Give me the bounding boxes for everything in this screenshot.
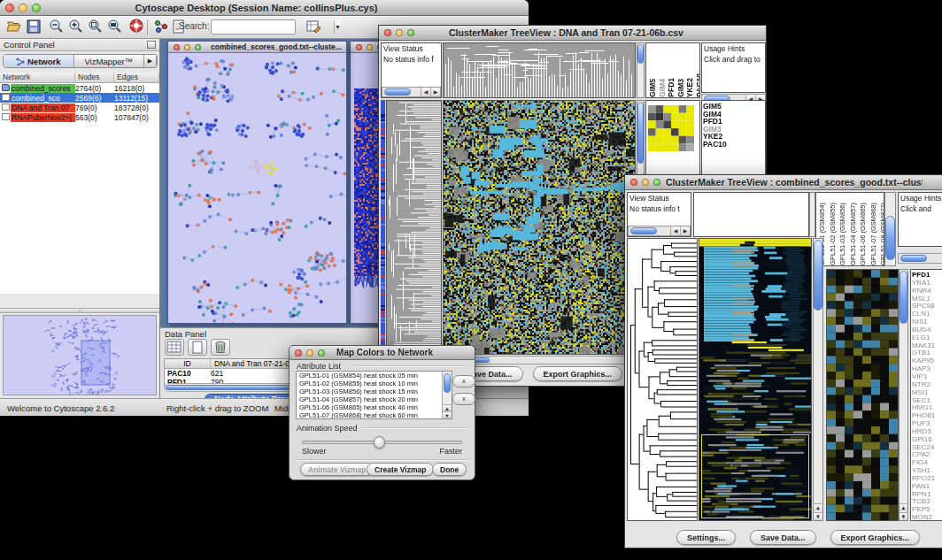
scrollbar-thumb[interactable]: [637, 102, 644, 164]
network-view-canvas-1[interactable]: [168, 53, 346, 323]
network-row[interactable]: DNA and Tran 07769(0)183728(0): [0, 103, 159, 112]
panel-splitter[interactable]: •: [0, 308, 159, 313]
scroll-left-icon[interactable]: ◀: [421, 88, 430, 96]
minimize-icon[interactable]: [184, 44, 190, 50]
save-button[interactable]: [25, 19, 42, 36]
minimize-icon[interactable]: [19, 4, 27, 12]
tv1-mini-scrollbar[interactable]: [637, 42, 645, 98]
minimize-icon[interactable]: [396, 29, 403, 36]
birdseye-canvas[interactable]: [4, 316, 157, 395]
zoom-window-icon[interactable]: [407, 29, 414, 36]
treeview1-titlebar[interactable]: ClusterMaker TreeView : DNA and Tran 07-…: [379, 26, 766, 41]
tv2-zoom-heatmap[interactable]: [826, 269, 899, 521]
save-data-button[interactable]: Save Data...: [750, 530, 816, 545]
export-graphics-button[interactable]: Export Graphics...: [830, 530, 921, 545]
close-icon[interactable]: [174, 44, 180, 50]
zoom-heatmap-canvas[interactable]: [827, 270, 898, 520]
minimize-icon[interactable]: [306, 349, 313, 357]
tv1-column-dendrogram[interactable]: [443, 42, 636, 98]
similarity-matrix-canvas[interactable]: [648, 105, 694, 151]
view-status-scrollbar[interactable]: ◀ ▶: [628, 226, 691, 236]
tv2-global-heatmap[interactable]: [699, 238, 812, 521]
scrollbar-thumb[interactable]: [444, 373, 451, 393]
tv2-usage-scrollbar[interactable]: [898, 253, 942, 264]
scroll-up-icon[interactable]: ▲: [443, 404, 452, 411]
tab-network[interactable]: Network: [4, 55, 74, 67]
col-header-id[interactable]: ID: [165, 359, 211, 368]
help-lifering-icon[interactable]: [127, 19, 145, 36]
main-titlebar[interactable]: Cytoscape Desktop (Session Name: collins…: [0, 0, 529, 16]
view-status-scrollbar[interactable]: ◀ ▶: [382, 87, 441, 97]
attribute-item[interactable]: GPL51-07 (GSM868) heat shock 60 min: [297, 412, 441, 419]
slider-thumb[interactable]: [374, 436, 385, 449]
select-attributes-icon[interactable]: [165, 339, 184, 356]
tv2-gene-dendrogram[interactable]: [627, 238, 698, 521]
network-row[interactable]: combined_sco2569(6)13112(15): [0, 93, 159, 103]
scroll-up-icon[interactable]: ▲: [814, 503, 822, 511]
scrollbar-thumb[interactable]: [900, 271, 907, 324]
col-header-edges[interactable]: Edges: [114, 73, 159, 82]
attribute-list[interactable]: GPL51-01 (GSM854) heat shock 05 minGPL51…: [296, 371, 452, 419]
search-dropdown-icon[interactable]: ▼: [334, 20, 341, 34]
close-icon[interactable]: [356, 44, 362, 50]
tv2-mini-scrollbar[interactable]: [809, 192, 815, 237]
zoom-fit-icon[interactable]: [106, 19, 124, 36]
close-icon[interactable]: [5, 4, 14, 12]
scroll-up-icon[interactable]: ▲: [900, 503, 907, 511]
zoom-selected-icon[interactable]: [87, 19, 104, 36]
attribute-list-scrollbar[interactable]: ▲ ▼: [442, 372, 452, 418]
minimize-icon[interactable]: [367, 44, 373, 50]
tv2-zoom-scrollbar[interactable]: ▲ ▼: [899, 269, 908, 521]
animation-speed-slider[interactable]: [302, 441, 462, 444]
zoom-out-icon[interactable]: [48, 19, 66, 36]
attribute-browser-icon[interactable]: [305, 19, 322, 36]
create-vizmap-button[interactable]: Create Vizmap: [367, 463, 434, 476]
scroll-down-icon[interactable]: ▼: [443, 411, 452, 418]
tv1-global-heatmap[interactable]: [443, 100, 636, 355]
col-header-nodes[interactable]: Nodes: [75, 73, 114, 82]
close-icon[interactable]: [295, 349, 302, 357]
open-file-button[interactable]: [5, 19, 23, 36]
scrollbar-thumb[interactable]: [900, 255, 927, 262]
tab-overflow-button[interactable]: ▶: [144, 55, 157, 67]
birdseye-view[interactable]: [3, 315, 157, 395]
scrollbar-thumb[interactable]: [630, 227, 657, 234]
tv2-collabel-scrollbar[interactable]: [884, 192, 896, 266]
tv1-gene-dendrogram[interactable]: [386, 100, 442, 355]
scrollbar-thumb[interactable]: [885, 216, 895, 260]
network-view-icon[interactable]: [152, 19, 170, 36]
minimize-icon[interactable]: [642, 179, 649, 186]
tab-vizmapper[interactable]: VizMapper™: [74, 55, 145, 67]
move-down-button[interactable]: ∨: [452, 393, 475, 405]
scroll-down-icon[interactable]: ▼: [814, 512, 822, 520]
scrollbar-thumb[interactable]: [384, 88, 411, 96]
done-button[interactable]: Done: [432, 463, 467, 476]
scroll-right-icon[interactable]: ▶: [430, 88, 440, 96]
zoom-in-icon[interactable]: [67, 19, 85, 36]
zoom-window-icon[interactable]: [653, 179, 660, 186]
scrollbar-thumb[interactable]: [637, 44, 644, 64]
gene-dendrogram-canvas[interactable]: [628, 239, 697, 520]
heatmap-canvas[interactable]: [699, 239, 811, 520]
float-panel-icon[interactable]: [147, 41, 156, 49]
scroll-down-icon[interactable]: ▼: [900, 512, 907, 520]
zoom-window-icon[interactable]: [318, 349, 325, 357]
animate-vizmap-button[interactable]: Animate Vizmap: [300, 463, 374, 476]
zoom-window-icon[interactable]: [32, 4, 41, 12]
export-graphics-button[interactable]: Export Graphics...: [533, 366, 623, 381]
network-window1-titlebar[interactable]: combined_scores_good.txt--cluste...: [168, 42, 346, 53]
settings-button[interactable]: Settings...: [676, 530, 736, 545]
network-row[interactable]: RNAPuberNov2+|563(0)107847(0): [0, 112, 159, 122]
heatmap-canvas[interactable]: [444, 101, 635, 354]
new-attribute-icon[interactable]: [188, 339, 207, 356]
close-icon[interactable]: [630, 179, 637, 186]
tv2-column-tree-area[interactable]: [693, 192, 809, 237]
dialog-titlebar[interactable]: Map Colors to Network: [290, 346, 475, 360]
close-icon[interactable]: [384, 29, 391, 36]
scrollbar-thumb[interactable]: [814, 240, 822, 311]
column-dendrogram-canvas[interactable]: [444, 43, 635, 97]
scroll-left-icon[interactable]: ◀: [670, 226, 680, 235]
gene-dendrogram-canvas[interactable]: [387, 101, 441, 354]
treeview2-titlebar[interactable]: ClusterMaker TreeView : combined_scores_…: [625, 175, 942, 190]
delete-attribute-icon[interactable]: [211, 339, 230, 356]
